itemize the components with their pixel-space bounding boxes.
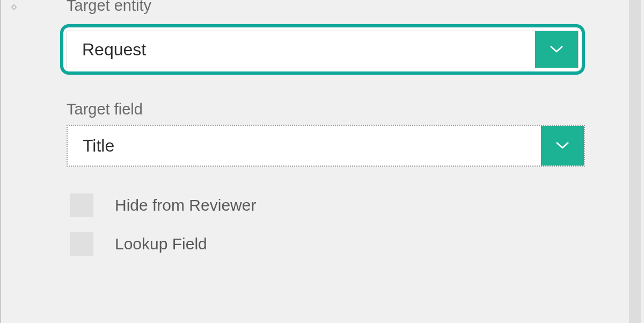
form-content: Target entity Request Target field Title: [33, 0, 585, 323]
form-panel: ‹› Target entity Request Target field Ti…: [0, 0, 644, 323]
lookup-field-checkbox[interactable]: [70, 232, 93, 256]
checkbox-section: Hide from Reviewer Lookup Field: [33, 193, 585, 256]
target-entity-dropdown-button[interactable]: [535, 31, 578, 68]
target-entity-value: Request: [67, 31, 535, 68]
chevron-down-icon: [550, 46, 563, 53]
target-entity-label: Target entity: [67, 0, 585, 15]
expand-collapse-icon[interactable]: ‹›: [11, 0, 15, 14]
target-field-value: Title: [68, 126, 541, 166]
target-field-label: Target field: [67, 101, 585, 118]
lookup-field-label: Lookup Field: [115, 235, 207, 253]
target-entity-dropdown[interactable]: Request: [60, 24, 585, 75]
hide-from-reviewer-row: Hide from Reviewer: [70, 193, 585, 217]
target-entity-group: Target entity Request: [33, 0, 585, 75]
target-field-dropdown[interactable]: Title: [67, 125, 585, 167]
hide-from-reviewer-checkbox[interactable]: [70, 193, 93, 217]
target-field-group: Target field Title: [33, 101, 585, 167]
hide-from-reviewer-label: Hide from Reviewer: [115, 196, 256, 214]
scrollbar[interactable]: [629, 0, 641, 323]
target-field-dropdown-button[interactable]: [541, 126, 584, 166]
lookup-field-row: Lookup Field: [70, 232, 585, 256]
chevron-down-icon: [556, 142, 569, 149]
